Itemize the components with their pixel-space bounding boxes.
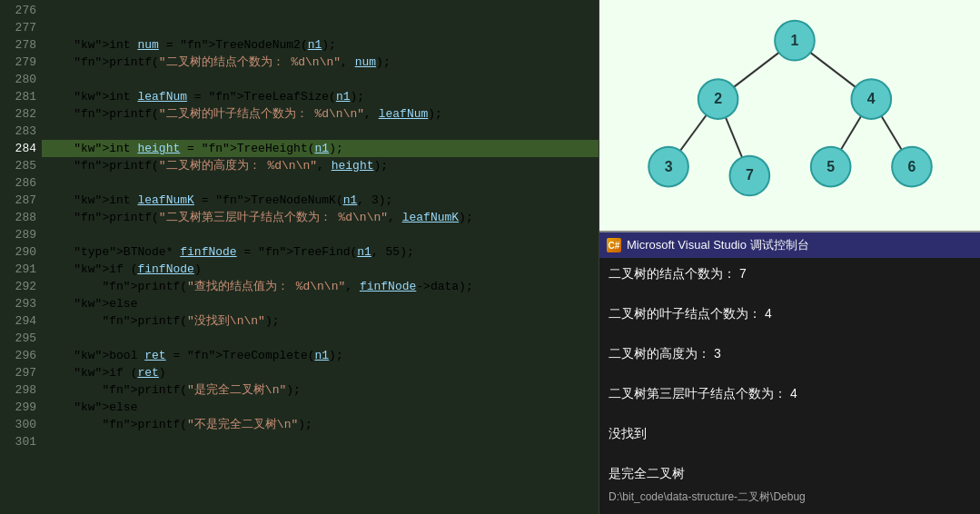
line-number: 287 xyxy=(5,192,36,209)
code-lines: "kw">int num = "fn">TreeNodeNum2(n1); "f… xyxy=(42,0,599,514)
code-line: "kw">else xyxy=(42,399,599,416)
console-path: D:\bit_code\data-structure-二叉树\Debug xyxy=(609,487,971,507)
line-number: 289 xyxy=(5,226,36,243)
console-line: 二叉树的叶子结点个数为： 4 xyxy=(609,303,971,323)
console-line xyxy=(609,403,971,423)
svg-text:3: 3 xyxy=(665,159,673,174)
svg-text:7: 7 xyxy=(746,167,754,183)
code-line: "fn">printf("查找的结点值为： %d\n\n", finfNode-… xyxy=(42,278,599,295)
line-numbers: 2762772782792802812822832842852862872882… xyxy=(0,0,42,514)
code-line xyxy=(42,330,599,347)
line-number: 292 xyxy=(5,278,36,295)
code-line: "kw">int leafNum = "fn">TreeLeafSize(n1)… xyxy=(42,88,599,105)
line-number: 279 xyxy=(5,54,36,71)
line-number: 282 xyxy=(5,105,36,123)
console-line xyxy=(609,363,971,383)
line-number: 290 xyxy=(5,243,36,261)
code-line: "kw">if (finfNode) xyxy=(42,261,599,278)
console-line: 二叉树的结点个数为： 7 xyxy=(609,263,971,283)
line-number: 298 xyxy=(5,381,36,399)
vs-icon: C# xyxy=(607,238,621,252)
line-number: 286 xyxy=(5,174,36,192)
code-line xyxy=(42,19,599,36)
right-panels: 1243756 C# Microsoft Visual Studio 调试控制台… xyxy=(599,0,980,514)
tree-node: 4 xyxy=(851,79,891,119)
svg-text:2: 2 xyxy=(714,91,722,106)
svg-text:6: 6 xyxy=(908,159,916,174)
line-number: 293 xyxy=(5,295,36,312)
tree-panel: 1243756 xyxy=(599,0,980,232)
code-line: "fn">printf("二叉树的高度为： %d\n\n", height); xyxy=(42,157,599,174)
line-number: 297 xyxy=(5,364,36,381)
code-line xyxy=(42,2,599,19)
line-number: 284 xyxy=(5,140,36,157)
code-line: "kw">int leafNumK = "fn">TreeNodeNumK(n1… xyxy=(42,192,599,209)
console-line xyxy=(609,323,971,343)
code-line xyxy=(42,123,599,140)
code-line: "type">BTNode* finfNode = "fn">TreeFind(… xyxy=(42,243,599,261)
tree-node: 1 xyxy=(775,21,815,61)
code-line xyxy=(42,226,599,243)
line-number: 281 xyxy=(5,88,36,105)
console-line: 二叉树第三层叶子结点个数为： 4 xyxy=(609,383,971,403)
line-number: 278 xyxy=(5,36,36,54)
line-number: 280 xyxy=(5,71,36,88)
code-panel: 2762772782792802812822832842852862872882… xyxy=(0,0,599,514)
code-line: "kw">int height = "fn">TreeHeight(n1); xyxy=(42,140,599,157)
code-line xyxy=(42,174,599,192)
code-line: "fn">printf("没找到\n\n"); xyxy=(42,312,599,330)
svg-text:1: 1 xyxy=(791,33,799,48)
code-line: "kw">bool ret = "fn">TreeComplete(n1); xyxy=(42,347,599,364)
line-number: 285 xyxy=(5,157,36,174)
tree-node: 2 xyxy=(698,79,738,119)
svg-text:4: 4 xyxy=(867,91,876,106)
line-number: 277 xyxy=(5,19,36,36)
code-line: "fn">printf("是完全二叉树\n"); xyxy=(42,381,599,399)
console-panel: C# Microsoft Visual Studio 调试控制台 二叉树的结点个… xyxy=(599,232,980,514)
line-number: 300 xyxy=(5,416,36,433)
console-title: Microsoft Visual Studio 调试控制台 xyxy=(627,237,809,253)
line-number: 283 xyxy=(5,123,36,140)
line-number: 294 xyxy=(5,312,36,330)
console-line xyxy=(609,443,971,463)
code-line: "fn">printf("二叉树的叶子结点个数为： %d\n\n", leafN… xyxy=(42,105,599,123)
tree-node: 6 xyxy=(892,147,932,187)
console-line xyxy=(609,283,971,303)
code-line: "kw">if (ret) xyxy=(42,364,599,381)
code-line xyxy=(42,71,599,88)
code-line: "kw">else xyxy=(42,295,599,312)
code-line: "kw">int num = "fn">TreeNodeNum2(n1); xyxy=(42,36,599,54)
line-number: 301 xyxy=(5,433,36,450)
line-number: 299 xyxy=(5,399,36,416)
console-line: 是完全二叉树 xyxy=(609,463,971,483)
console-line: 没找到 xyxy=(609,423,971,443)
line-number: 296 xyxy=(5,347,36,364)
line-number: 295 xyxy=(5,330,36,347)
tree-node: 5 xyxy=(811,147,851,187)
code-line xyxy=(42,433,599,450)
console-line: 二叉树的高度为： 3 xyxy=(609,343,971,363)
tree-node: 7 xyxy=(730,156,770,196)
code-line: "fn">printf("不是完全二叉树\n"); xyxy=(42,416,599,433)
tree-node: 3 xyxy=(648,147,688,187)
line-number: 288 xyxy=(5,209,36,226)
tree-diagram: 1243756 xyxy=(599,0,980,231)
console-output: 二叉树的结点个数为： 7二叉树的叶子结点个数为： 4二叉树的高度为： 3二叉树第… xyxy=(599,258,980,512)
svg-text:5: 5 xyxy=(827,159,835,174)
code-line: "fn">printf("二叉树第三层叶子结点个数为： %d\n\n", lea… xyxy=(42,209,599,226)
code-line: "fn">printf("二叉树的结点个数为： %d\n\n", num); xyxy=(42,54,599,71)
line-number: 291 xyxy=(5,261,36,278)
console-titlebar: C# Microsoft Visual Studio 调试控制台 xyxy=(599,232,980,258)
line-number: 276 xyxy=(5,2,36,19)
